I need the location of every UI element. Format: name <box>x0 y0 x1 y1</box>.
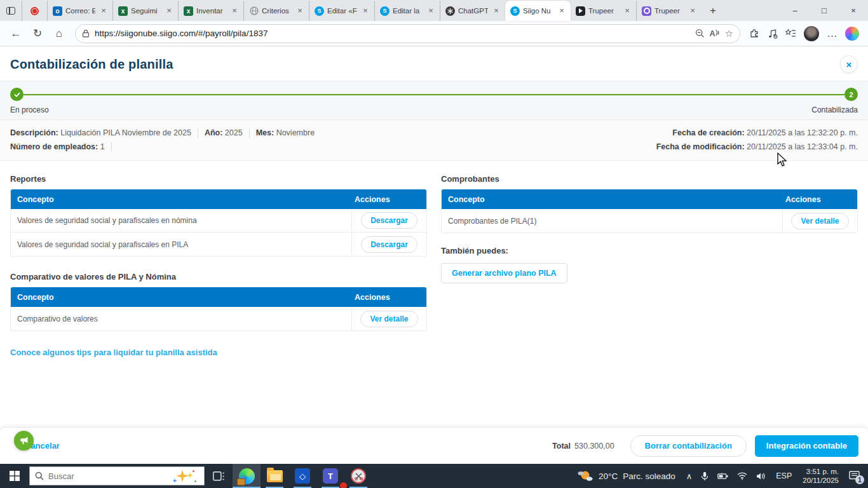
tab-close-icon[interactable]: × <box>688 6 698 16</box>
lock-icon <box>82 29 90 37</box>
tab-trupeer-2[interactable]: Trupeer × <box>636 1 702 21</box>
battery-icon[interactable] <box>713 464 733 488</box>
taskbar-teams-app[interactable]: T <box>316 464 344 488</box>
window-minimize-button[interactable]: – <box>780 0 810 21</box>
divider <box>249 128 250 138</box>
creacion-field: Fecha de creación: 20/11/2025 a las 12:3… <box>672 128 858 137</box>
tab-close-icon[interactable]: × <box>426 6 436 16</box>
microphone-icon[interactable] <box>696 464 713 488</box>
start-button[interactable] <box>0 464 29 488</box>
tab-actions-menu-button[interactable] <box>0 0 22 21</box>
language-indicator[interactable]: ESP <box>770 471 797 480</box>
taskbar-file-explorer-app[interactable] <box>261 464 288 488</box>
clock-widget[interactable]: 3:51 p. m. 20/11/2025 <box>797 467 844 485</box>
tips-link[interactable]: Conoce algunos tips para liquidar tu pla… <box>10 348 217 357</box>
weather-desc: Parc. soleado <box>623 471 675 481</box>
speaker-icon[interactable] <box>752 464 770 488</box>
new-tab-button[interactable]: + <box>704 2 722 20</box>
extensions-puzzle-icon[interactable] <box>749 28 760 39</box>
taskbar-snipping-app[interactable] <box>344 464 372 488</box>
total-field: Total530.300,00 <box>552 442 614 451</box>
taskbar-search-box[interactable] <box>29 466 205 485</box>
tab-close-icon[interactable]: × <box>622 6 632 16</box>
creacion-value: 20/11/2025 a las 12:32:20 p. m. <box>747 128 858 137</box>
wifi-icon[interactable] <box>733 464 752 488</box>
tab-inventario[interactable]: x Inventar × <box>178 1 243 21</box>
refresh-button[interactable]: ↻ <box>28 24 47 43</box>
tab-editar-f[interactable]: S Editar «F × <box>309 1 374 21</box>
system-tray: 20°C Parc. soleado ∧ ESP 3:51 p. m. 20/1… <box>571 464 868 488</box>
modal-close-button[interactable]: × <box>840 55 858 73</box>
tab-close-icon[interactable]: × <box>295 6 305 16</box>
total-value: 530.300,00 <box>574 442 614 451</box>
copilot-icon[interactable] <box>845 27 859 41</box>
comparativo-title: Comparativo de valores de PILA y Nómina <box>10 272 427 281</box>
tab-close-icon[interactable]: × <box>98 6 109 16</box>
tab-editar-la[interactable]: S Editar la × <box>374 1 440 21</box>
back-button[interactable]: ← <box>6 24 25 43</box>
home-button[interactable]: ⌂ <box>50 24 69 43</box>
footer-bar: Cancelar Total530.300,00 Borrar contabil… <box>0 427 868 464</box>
tab-label: Seguimi <box>131 7 161 15</box>
generar-archivo-plano-button[interactable]: Generar archivo plano PILA <box>441 263 567 283</box>
tab-close-icon[interactable]: × <box>360 6 370 16</box>
total-label: Total <box>552 442 571 451</box>
right-column: Comprobantes Concepto Acciones Comproban… <box>441 170 858 358</box>
media-controls-icon[interactable] <box>768 29 778 39</box>
descargar-button[interactable]: Descargar <box>361 236 417 253</box>
ver-detalle-button[interactable]: Ver detalle <box>791 213 848 229</box>
task-view-button[interactable] <box>205 464 233 488</box>
read-aloud-letter: A <box>710 29 715 38</box>
tab-close-icon[interactable]: × <box>557 6 567 16</box>
collections-icon[interactable] <box>785 29 796 39</box>
recording-indicator-tab[interactable] <box>22 1 47 21</box>
notification-center-button[interactable]: 1 <box>844 464 868 488</box>
trupeer-icon <box>642 6 651 16</box>
taskbar-edge-app[interactable] <box>233 464 261 488</box>
clock-time: 3:51 p. m. <box>803 467 839 476</box>
blue-diamond-app-icon: ◇ <box>295 468 310 484</box>
zoom-out-icon[interactable] <box>695 29 705 38</box>
chatgpt-icon <box>445 6 455 16</box>
favorite-star-icon[interactable]: ☆ <box>725 28 733 39</box>
address-bar[interactable]: https://siigonube.siigo.com/#/payroll/pi… <box>75 24 740 43</box>
tab-criterios[interactable]: Criterios × <box>243 1 309 21</box>
tab-close-icon[interactable]: × <box>229 6 240 16</box>
tray-chevron-up-icon[interactable]: ∧ <box>682 464 697 488</box>
integracion-contable-button[interactable]: Integración contable <box>755 435 858 457</box>
tab-seguimiento[interactable]: x Seguimi × <box>112 1 178 21</box>
reportes-table: Concepto Acciones Valores de seguridad s… <box>10 189 427 257</box>
borrar-contabilizacion-button[interactable]: Borrar contabilización <box>630 435 747 457</box>
mes-field: Mes: Noviembre <box>256 128 315 137</box>
taskbar-dynamics-app[interactable]: ◇ <box>288 464 316 488</box>
tab-correo[interactable]: o Correo: E × <box>47 1 112 21</box>
tab-siigo-nube-active[interactable]: S Siigo Nu × <box>505 1 571 21</box>
comparativo-table: Concepto Acciones Comparativo de valores… <box>10 287 427 331</box>
excel-icon: x <box>118 6 128 16</box>
tab-close-icon[interactable]: × <box>491 6 501 16</box>
window-close-button[interactable]: × <box>839 0 868 21</box>
modificacion-label: Fecha de modificación: <box>656 142 745 151</box>
table-header: Concepto Acciones <box>442 189 857 209</box>
teams-icon: T <box>323 468 338 484</box>
windows-taskbar: ◇ T 20°C Parc. soleado ∧ <box>0 464 868 488</box>
descargar-button[interactable]: Descargar <box>361 212 417 229</box>
window-maximize-button[interactable]: □ <box>810 0 839 21</box>
ver-detalle-button[interactable]: Ver detalle <box>360 311 417 327</box>
header-concepto: Concepto <box>11 293 352 302</box>
profile-avatar[interactable] <box>804 26 819 41</box>
divider <box>111 142 112 152</box>
anio-value: 2025 <box>225 128 243 137</box>
tab-chatgpt[interactable]: ChatGPT × <box>440 1 505 21</box>
siigo-icon: S <box>380 6 390 16</box>
feedback-megaphone-button[interactable] <box>14 431 34 451</box>
tab-trupeer-1[interactable]: Trupeer × <box>571 1 636 21</box>
url-text[interactable]: https://siigonube.siigo.com/#/payroll/pi… <box>95 29 690 38</box>
read-aloud-icon[interactable]: A <box>710 29 720 38</box>
weather-widget[interactable]: 20°C Parc. soleado <box>571 464 682 488</box>
browser-menu-icon[interactable]: … <box>827 24 837 43</box>
tab-label: Siigo Nu <box>523 7 553 15</box>
file-explorer-icon <box>267 470 283 482</box>
tab-close-icon[interactable]: × <box>164 6 174 16</box>
tab-label: Correo: E <box>65 7 95 15</box>
